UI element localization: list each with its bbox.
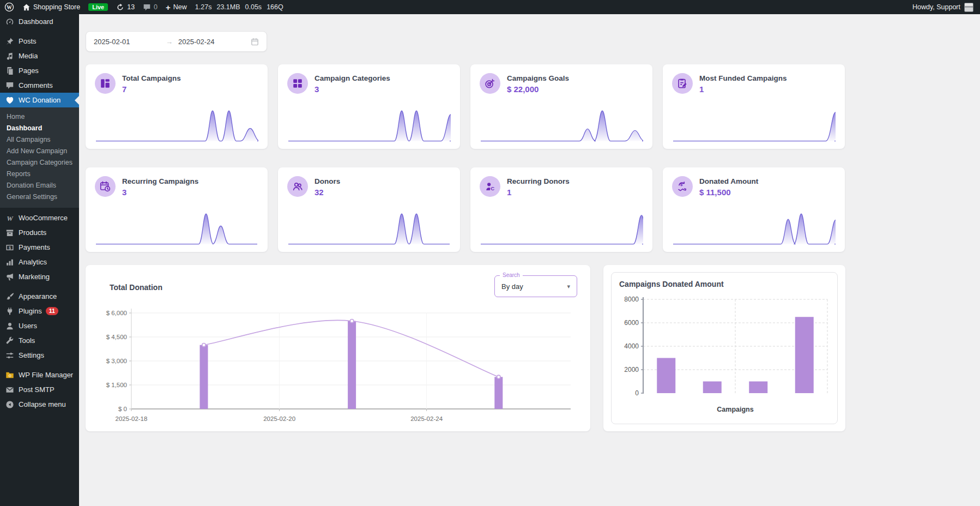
- sidebar-item-analytics[interactable]: Analytics: [0, 255, 79, 269]
- submenu-item-home[interactable]: Home: [0, 111, 79, 123]
- sidebar-item-tools[interactable]: Tools: [0, 333, 79, 348]
- sidebar-item-label: Tools: [19, 336, 35, 345]
- heart-icon: [5, 95, 14, 105]
- comments-menu[interactable]: 0: [143, 3, 158, 11]
- svg-text:$: $: [680, 182, 683, 187]
- sparkline-chart: [672, 208, 836, 249]
- site-name: Shopping Store: [33, 3, 80, 11]
- wordpress-logo-icon[interactable]: W: [4, 2, 14, 12]
- stat-card-value: 3: [314, 85, 390, 94]
- brush-icon: [5, 292, 14, 301]
- sidebar-item-label: Users: [19, 322, 37, 330]
- date-range-arrow-icon: →: [166, 38, 173, 46]
- sidebar-item-posts[interactable]: Posts: [0, 34, 79, 49]
- svg-text:6000: 6000: [624, 319, 639, 327]
- sidebar-item-comments[interactable]: Comments: [0, 78, 79, 93]
- svg-text:$ 4,500: $ 4,500: [106, 334, 127, 340]
- plugin-update-count-badge: 11: [46, 307, 58, 315]
- payments-icon: $: [5, 243, 14, 252]
- svg-text:$ 6,000: $ 6,000: [106, 310, 127, 316]
- live-badge[interactable]: Live: [88, 3, 108, 11]
- sidebar-item-products[interactable]: Products: [0, 225, 79, 240]
- sidebar-item-collapse-menu[interactable]: Collapse menu: [0, 397, 79, 412]
- sidebar-item-dashboard[interactable]: Dashboard: [0, 14, 79, 29]
- perf-stat: 1.27s: [195, 3, 212, 11]
- stat-card-value: $ 11,500: [699, 188, 758, 197]
- submenu-item-reports[interactable]: Reports: [0, 168, 79, 180]
- analytics-icon: [5, 257, 14, 267]
- stat-card-title: Donated Amount: [699, 176, 758, 185]
- total-donation-chart: $ 0$ 1,500$ 3,000$ 4,500$ 6,0002025-02-1…: [99, 305, 577, 434]
- plus-icon: +: [166, 3, 171, 11]
- svg-text:$: $: [8, 245, 11, 250]
- comment-icon: [5, 81, 14, 90]
- sidebar-item-wc-donation[interactable]: WC Donation: [0, 93, 79, 107]
- stat-card-total-campaigns: Total Campaigns7: [86, 64, 268, 149]
- chevron-down-icon: ▾: [567, 283, 570, 290]
- submenu-item-all-campaigns[interactable]: All Campaigns: [0, 134, 79, 146]
- sidebar-item-woocommerce[interactable]: WWooCommerce: [0, 210, 79, 225]
- sidebar-item-plugins[interactable]: Plugins11: [0, 304, 79, 318]
- submenu-item-donation-emails[interactable]: Donation Emails: [0, 180, 79, 191]
- avatar: [964, 3, 973, 12]
- box-icon: [5, 228, 14, 237]
- sidebar-item-users[interactable]: Users: [0, 318, 79, 333]
- sidebar-item-pages[interactable]: Pages: [0, 63, 79, 78]
- sidebar-item-label: WooCommerce: [19, 214, 68, 222]
- stat-card-recurring-campaigns: Recurring Campaigns3: [86, 167, 268, 252]
- sparkline-chart: [672, 105, 836, 146]
- campaigns-donated-card: Campaigns Donated Amount 020004000600080…: [603, 265, 845, 431]
- sidebar-item-appearance[interactable]: Appearance: [0, 289, 79, 304]
- updates-menu[interactable]: 13: [116, 3, 135, 11]
- active-item-arrow: [75, 96, 79, 105]
- stat-card-donors: Donors32: [278, 167, 460, 252]
- svg-text:$ 0: $ 0: [118, 406, 127, 412]
- stat-card-title: Campaign Categories: [314, 73, 390, 82]
- sparkline-chart: [95, 208, 258, 249]
- media-icon: [5, 51, 14, 61]
- svg-text:2000: 2000: [624, 366, 639, 374]
- sidebar-item-media[interactable]: Media: [0, 49, 79, 63]
- search-by-select[interactable]: Search By day ▾: [494, 275, 577, 297]
- updates-refresh-icon: [116, 3, 124, 11]
- svg-text:2025-02-20: 2025-02-20: [263, 415, 295, 422]
- svg-text:W: W: [7, 5, 12, 10]
- account-menu[interactable]: Howdy, Support: [912, 3, 973, 12]
- submenu-item-dashboard[interactable]: Dashboard: [0, 123, 79, 134]
- performance-stats[interactable]: 1.27s23.1MB0.05s166Q: [195, 3, 283, 11]
- sidebar-item-post-smtp[interactable]: Post SMTP: [0, 382, 79, 397]
- sidebar-item-label: Dashboard: [19, 17, 53, 26]
- main-content: 2025-02-01 → 2025-02-24 Total Campaigns7…: [79, 0, 924, 431]
- sidebar-item-marketing[interactable]: Marketing: [0, 269, 79, 284]
- charts-row: Total Donation Search By day ▾ $ 0$ 1,50…: [86, 265, 924, 431]
- stat-card-value: 7: [122, 85, 181, 94]
- search-select-value: By day: [501, 282, 523, 291]
- new-menu[interactable]: + New: [166, 3, 187, 11]
- sidebar-item-label: Comments: [19, 81, 53, 89]
- sidebar-item-label: Payments: [19, 243, 50, 251]
- date-start-input[interactable]: 2025-02-01: [94, 38, 166, 46]
- sidebar-item-payments[interactable]: $Payments: [0, 240, 79, 255]
- sparkline-chart: [95, 105, 258, 146]
- stat-card-campaign-categories: Campaign Categories3: [278, 64, 460, 149]
- submenu-item-campaign-categories[interactable]: Campaign Categories: [0, 157, 79, 168]
- sidebar-menu: DashboardPostsMediaPagesCommentsWC Donat…: [0, 14, 79, 412]
- campaigns-donated-inner-box: Campaigns Donated Amount 020004000600080…: [611, 272, 838, 424]
- svg-text:Campaigns: Campaigns: [717, 406, 753, 413]
- sidebar-item-label: Analytics: [19, 258, 47, 266]
- sidebar-separator: [0, 363, 79, 368]
- sidebar-item-wp-file-manager[interactable]: WWP File Manager: [0, 368, 79, 382]
- clipboard-icon: [672, 73, 693, 94]
- sparkline-chart: [287, 105, 451, 146]
- date-end-input[interactable]: 2025-02-24: [178, 38, 215, 46]
- sidebar-item-label: Posts: [19, 37, 37, 45]
- total-donation-title: Total Donation: [110, 283, 162, 292]
- submenu-item-add-new-campaign[interactable]: Add New Campaign: [0, 146, 79, 157]
- collapse-icon: [5, 400, 14, 409]
- site-menu[interactable]: Shopping Store: [22, 3, 80, 11]
- sidebar-item-settings[interactable]: Settings: [0, 348, 79, 363]
- submenu-item-general-settings[interactable]: General Settings: [0, 191, 79, 203]
- sliders-icon: [5, 351, 14, 360]
- svg-text:W: W: [7, 214, 14, 222]
- date-range-picker[interactable]: 2025-02-01 → 2025-02-24: [86, 31, 267, 52]
